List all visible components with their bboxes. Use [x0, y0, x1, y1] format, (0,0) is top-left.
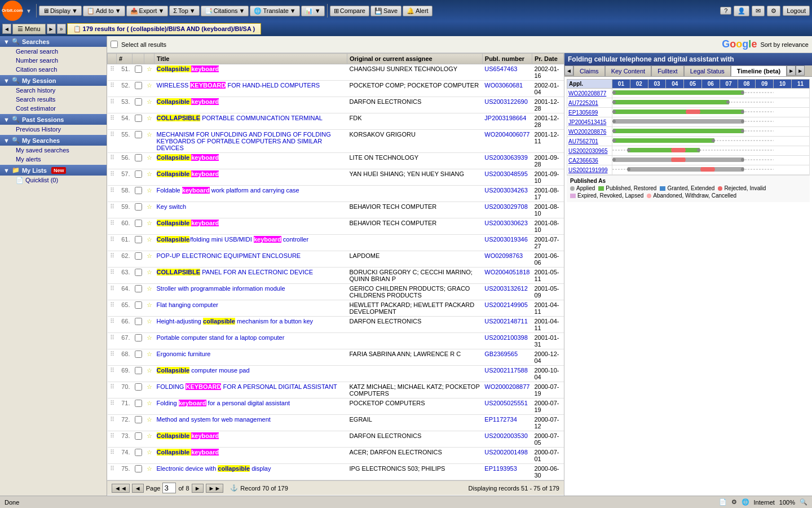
row-title[interactable]: Collapsible/folding mini USB/MIDI keyboa…: [155, 235, 347, 251]
row-title-link[interactable]: Collapsible keyboard: [157, 154, 219, 161]
row-title-link[interactable]: Ergonomic furniture: [157, 351, 211, 357]
drag-handle[interactable]: ⠿: [108, 153, 117, 169]
row-publ-number[interactable]: US2002149905: [482, 300, 532, 317]
row-star-cell[interactable]: ☆: [144, 382, 155, 398]
row-title-link[interactable]: Collapsible keyboard: [157, 220, 219, 226]
timeline-row-id[interactable]: AU7562701: [567, 137, 612, 146]
display-button[interactable]: 🖥 Display ▼: [39, 6, 82, 16]
row-title-link[interactable]: Collapsible keyboard: [157, 98, 219, 105]
sidebar-item-my-alerts[interactable]: My alerts: [0, 155, 107, 164]
row-title-link[interactable]: WIRELESS KEYBOARD FOR HAND-HELD COMPUTER…: [157, 82, 320, 89]
sidebar-item-number-search[interactable]: Number search: [0, 56, 107, 65]
row-title[interactable]: Ergonomic furniture: [155, 349, 347, 366]
col-assignee[interactable]: Original or current assignee: [347, 54, 482, 64]
drag-handle[interactable]: ⠿: [108, 448, 117, 464]
sidebar-section-past-sessions[interactable]: ▼ 🔍 Past Sessions: [0, 114, 107, 125]
right-panel-expand[interactable]: ►: [796, 65, 805, 76]
sidebar-item-search-results[interactable]: Search results: [0, 95, 107, 104]
row-title[interactable]: Collapsible keyboard: [155, 218, 347, 235]
row-title-link[interactable]: Method and system for web management: [157, 416, 271, 423]
row-title[interactable]: Collapsible keyboard: [155, 97, 347, 113]
sidebar-item-general-search[interactable]: General search: [0, 47, 107, 56]
row-checkbox[interactable]: [135, 269, 142, 276]
row-title-link[interactable]: Height-adjusting collapsible mechanism f…: [157, 318, 314, 325]
row-title[interactable]: Collapsible keyboard: [155, 431, 347, 448]
row-checkbox-cell[interactable]: [133, 464, 144, 480]
row-title-link[interactable]: Collapsible computer mouse pad: [157, 367, 250, 374]
row-checkbox[interactable]: [135, 252, 142, 260]
publ-link[interactable]: WO2004006077: [484, 131, 529, 138]
export-button[interactable]: 📤 Export ▼: [126, 6, 169, 16]
row-title[interactable]: Portable computer stand for a laptop com…: [155, 333, 347, 349]
row-title-link[interactable]: Foldable keyboard work platform and carr…: [157, 187, 299, 194]
row-star-cell[interactable]: ☆: [144, 464, 155, 480]
row-publ-number[interactable]: GB2369565: [482, 349, 532, 366]
row-star-cell[interactable]: ☆: [144, 284, 155, 300]
tab-claims[interactable]: Claims: [573, 65, 605, 76]
orbit-logo[interactable]: Orbit.com: [2, 1, 23, 21]
publ-link[interactable]: US2002003530: [484, 432, 527, 439]
row-title-link[interactable]: Collapsible keyboard: [157, 449, 219, 456]
sidebar-item-citation-search[interactable]: Citation search: [0, 65, 107, 74]
row-checkbox[interactable]: [135, 334, 142, 341]
row-title[interactable]: COLLAPSIBLE PORTABLE COMMUNICATION TERMI…: [155, 113, 347, 130]
row-checkbox-cell[interactable]: [133, 268, 144, 284]
row-title[interactable]: Flat hanging computer: [155, 300, 347, 317]
row-checkbox-cell[interactable]: [133, 317, 144, 333]
drag-handle[interactable]: ⠿: [108, 235, 117, 251]
publ-link[interactable]: US2002100398: [484, 334, 527, 341]
row-checkbox[interactable]: [135, 400, 142, 407]
row-star-cell[interactable]: ☆: [144, 366, 155, 382]
row-checkbox[interactable]: [135, 301, 142, 309]
tab-fulltext[interactable]: Fulltext: [651, 65, 683, 76]
row-checkbox-cell[interactable]: [133, 113, 144, 130]
row-publ-number[interactable]: US2005025551: [482, 398, 532, 415]
row-publ-number[interactable]: EP1193953: [482, 464, 532, 480]
publ-link[interactable]: GB2369565: [484, 351, 518, 357]
drag-handle[interactable]: ⠿: [108, 113, 117, 130]
publ-link[interactable]: US2005025551: [484, 400, 527, 406]
publ-link[interactable]: US2003063939: [484, 154, 527, 161]
row-checkbox-cell[interactable]: [133, 398, 144, 415]
translate-button[interactable]: 🌐 Translate ▼: [250, 6, 299, 16]
row-publ-number[interactable]: WO2004006077: [482, 130, 532, 153]
row-checkbox[interactable]: [135, 465, 142, 472]
row-title[interactable]: COLLAPSIBLE PANEL FOR AN ELECTRONIC DEVI…: [155, 268, 347, 284]
row-title[interactable]: Key switch: [155, 202, 347, 218]
publ-link[interactable]: US2002149905: [484, 301, 527, 308]
add-to-button[interactable]: 📋 Add to ▼: [83, 6, 125, 16]
row-publ-number[interactable]: US2003063939: [482, 153, 532, 169]
drag-handle[interactable]: ⠿: [108, 415, 117, 431]
row-publ-number[interactable]: US2002148711: [482, 317, 532, 333]
select-all-checkbox[interactable]: [111, 41, 118, 48]
row-title-link[interactable]: POP-UP ELECTRONIC EQUIPMENT ENCLOSURE: [157, 252, 301, 259]
row-title-link[interactable]: Folding keyboard for a personal digital …: [157, 400, 290, 406]
drag-handle[interactable]: ⠿: [108, 130, 117, 153]
col-publ[interactable]: Publ. number: [482, 54, 532, 64]
row-star-cell[interactable]: ☆: [144, 333, 155, 349]
row-title[interactable]: POP-UP ELECTRONIC EQUIPMENT ENCLOSURE: [155, 251, 347, 268]
row-title-link[interactable]: COLLAPSIBLE PORTABLE COMMUNICATION TERMI…: [157, 115, 323, 121]
drag-handle[interactable]: ⠿: [108, 81, 117, 97]
row-title-link[interactable]: Collapsible keyboard: [157, 65, 219, 72]
publ-link[interactable]: US2003048595: [484, 170, 527, 177]
row-checkbox-cell[interactable]: [133, 169, 144, 186]
row-star-cell[interactable]: ☆: [144, 81, 155, 97]
row-title[interactable]: Electronic device with collapsible displ…: [155, 464, 347, 480]
logout-button[interactable]: Logout: [783, 6, 810, 16]
row-star-cell[interactable]: ☆: [144, 130, 155, 153]
publ-link[interactable]: WO02098763: [484, 252, 523, 259]
sidebar-section-my-searches[interactable]: ▼ 🔍 My Searches: [0, 135, 107, 146]
row-checkbox-cell[interactable]: [133, 202, 144, 218]
drag-handle[interactable]: ⠿: [108, 169, 117, 186]
drag-handle[interactable]: ⠿: [108, 464, 117, 480]
row-star-cell[interactable]: ☆: [144, 64, 155, 81]
row-checkbox[interactable]: [135, 131, 142, 138]
row-checkbox-cell[interactable]: [133, 333, 144, 349]
row-star-cell[interactable]: ☆: [144, 169, 155, 186]
row-publ-number[interactable]: US2003019346: [482, 235, 532, 251]
menu-button[interactable]: ☰ Menu: [12, 24, 46, 34]
row-star-cell[interactable]: ☆: [144, 153, 155, 169]
row-title-link[interactable]: Stroller with programmable information m…: [157, 285, 285, 292]
row-publ-number[interactable]: WO02098763: [482, 251, 532, 268]
